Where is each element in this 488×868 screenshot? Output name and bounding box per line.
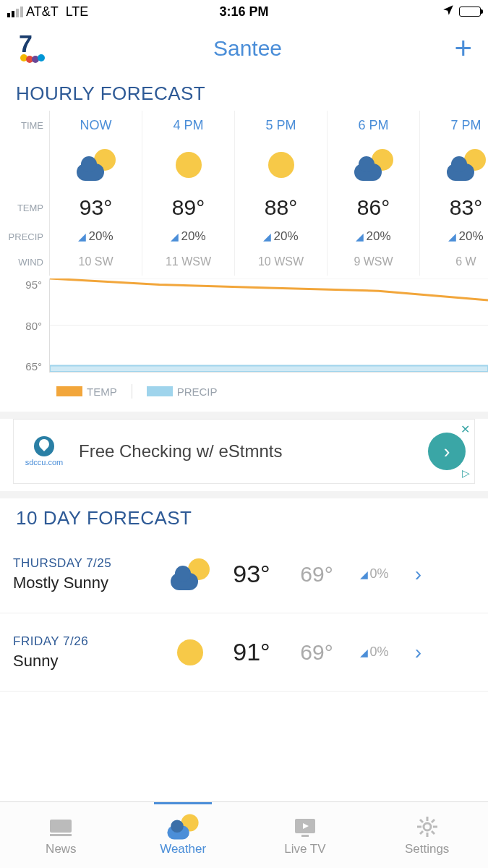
hour-temp: 89° [142, 190, 234, 225]
day-condition: Mostly Sunny [13, 574, 161, 592]
tenday-title: 10 DAY FORECAST [0, 498, 488, 535]
y-tick: 80° [4, 320, 42, 332]
day-low: 69° [284, 562, 349, 587]
scroll-content[interactable]: HOURLY FORECAST TIME TEMP PRECIP WIND NO… [0, 74, 488, 801]
ad-text: Free Checking w/ eStmnts [66, 441, 428, 462]
label-time: TIME [4, 111, 43, 140]
weather-icon [163, 814, 202, 839]
news-icon [48, 814, 73, 839]
day-date: FRIDAY 7/26 [13, 634, 161, 649]
ad-banner[interactable]: sdccu.com Free Checking w/ eStmnts › ✕ ▷ [13, 419, 475, 484]
gear-icon [416, 814, 439, 839]
hour-column[interactable]: 5 PM88°◢20%10 WSW [235, 111, 328, 276]
svg-text:7: 7 [19, 30, 33, 57]
svg-rect-12 [301, 835, 309, 837]
day-weather-icon [161, 639, 219, 665]
chart-legend: TEMP PRECIP [0, 373, 488, 412]
hour-weather-icon [142, 140, 234, 190]
hour-wind: 11 WSW [142, 248, 234, 276]
ad-arrow-icon[interactable]: › [428, 433, 466, 470]
day-high: 93° [219, 560, 284, 588]
day-high: 91° [219, 638, 284, 666]
legend-temp: TEMP [87, 386, 117, 398]
legend-precip: PRECIP [177, 386, 218, 398]
tab-label: Live TV [284, 842, 325, 856]
hour-column[interactable]: 6 PM86°◢20%9 WSW [328, 111, 420, 276]
hour-weather-icon [235, 140, 327, 190]
day-low: 69° [284, 640, 349, 665]
hour-precip: ◢20% [328, 225, 419, 248]
day-precip: ◢0% [349, 644, 400, 660]
tab-livetv[interactable]: Live TV [244, 802, 367, 868]
day-date: THURSDAY 7/25 [13, 556, 161, 571]
livetv-icon [293, 814, 317, 839]
ad-logo: sdccu.com [22, 436, 66, 467]
svg-point-13 [424, 823, 431, 830]
add-location-button[interactable]: + [443, 33, 472, 64]
legend-swatch-temp [56, 386, 82, 396]
tab-news[interactable]: News [0, 802, 122, 868]
battery-icon [459, 7, 481, 17]
hour-weather-icon [50, 140, 142, 190]
location-arrow-icon [442, 4, 455, 20]
hour-precip: ◢20% [142, 225, 234, 248]
hour-precip: ◢20% [235, 225, 327, 248]
hour-column[interactable]: NOW93°◢20%10 SW [50, 111, 142, 276]
hour-temp: 83° [420, 190, 488, 225]
svg-line-21 [420, 831, 423, 834]
signal-icon [7, 7, 23, 17]
hour-wind: 9 WSW [328, 248, 419, 276]
svg-line-20 [432, 820, 435, 822]
clock: 3:16 PM [165, 4, 322, 20]
hour-precip: ◢20% [420, 225, 488, 248]
ad-brand: sdccu.com [22, 458, 66, 467]
svg-line-19 [432, 831, 435, 834]
hour-temp: 93° [50, 190, 142, 225]
tab-label: News [46, 842, 77, 856]
chevron-right-icon: › [400, 641, 421, 664]
nbc7-logo[interactable]: 7 [16, 30, 52, 67]
hour-time: NOW [50, 111, 142, 140]
hour-column[interactable]: 7 PM83°◢20%6 W [420, 111, 488, 276]
carrier-label: AT&T [26, 4, 59, 20]
adchoices-icon[interactable]: ▷ [462, 467, 470, 479]
tab-label: Weather [160, 842, 206, 856]
hour-time: 6 PM [328, 111, 419, 140]
hourly-title: HOURLY FORECAST [0, 74, 488, 111]
legend-swatch-precip [147, 386, 173, 396]
hour-temp: 88° [235, 190, 327, 225]
hour-wind: 10 WSW [235, 248, 327, 276]
y-tick: 65° [4, 360, 42, 373]
hourly-forecast[interactable]: TIME TEMP PRECIP WIND NOW93°◢20%10 SW4 P… [0, 111, 488, 276]
ad-close-icon[interactable]: ✕ [461, 422, 470, 436]
svg-point-4 [38, 54, 45, 61]
tenday-row[interactable]: FRIDAY 7/26Sunny91°69°◢0%› [0, 613, 488, 692]
day-weather-icon [161, 558, 219, 590]
chevron-right-icon: › [400, 563, 421, 586]
y-tick: 95° [4, 278, 42, 291]
tenday-row[interactable]: THURSDAY 7/25Mostly Sunny93°69°◢0%› [0, 535, 488, 613]
day-condition: Sunny [13, 652, 161, 671]
label-wind: WIND [4, 248, 43, 276]
label-precip: PRECIP [4, 225, 43, 248]
hour-time: 7 PM [420, 111, 488, 140]
svg-rect-9 [50, 834, 72, 836]
tab-weather[interactable]: Weather [122, 802, 244, 868]
app-header: 7 Santee + [0, 23, 488, 74]
tab-settings[interactable]: Settings [366, 802, 488, 868]
hour-wind: 6 W [420, 248, 488, 276]
hour-wind: 10 SW [50, 248, 142, 276]
hour-weather-icon [420, 140, 488, 190]
status-bar: AT&T LTE 3:16 PM [0, 0, 488, 23]
label-temp: TEMP [4, 190, 43, 225]
hour-temp: 86° [328, 190, 419, 225]
hourly-row-labels: TIME TEMP PRECIP WIND [4, 111, 49, 276]
location-title[interactable]: Santee [52, 36, 443, 61]
hour-column[interactable]: 4 PM89°◢20%11 WSW [142, 111, 235, 276]
hour-precip: ◢20% [50, 225, 142, 248]
hour-weather-icon [328, 140, 419, 190]
tab-label: Settings [405, 842, 449, 856]
hourly-chart: 95° 80° 65° [0, 278, 488, 373]
svg-rect-8 [50, 820, 72, 833]
svg-line-18 [420, 820, 423, 822]
